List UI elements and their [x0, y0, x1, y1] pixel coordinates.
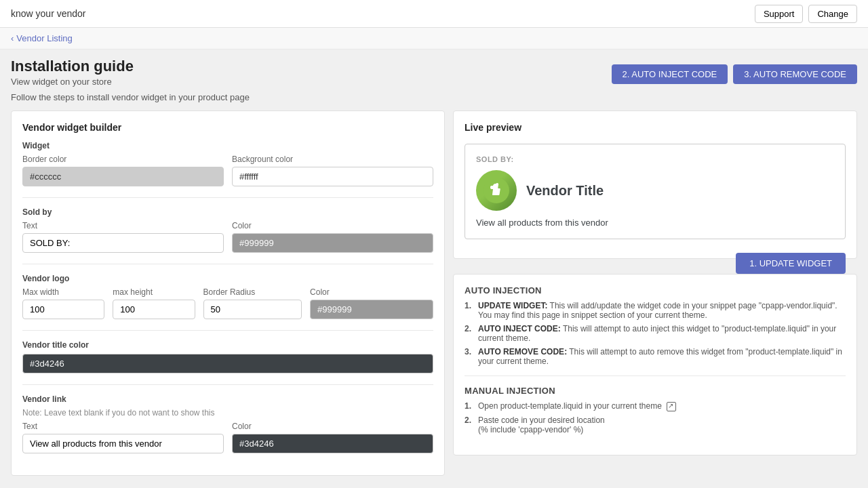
vendor-logo-section-label: Vendor logo: [22, 274, 433, 283]
left-panel: Vendor widget builder Widget Border colo…: [11, 110, 445, 476]
sold-by-row: Text Color #999999: [22, 221, 433, 253]
vendor-logo-color-value: #999999: [317, 304, 352, 314]
vendor-title-color-label: Vendor title color: [22, 340, 433, 350]
navbar-actions: Support Change: [755, 5, 857, 23]
vendor-link-color-label: Color: [232, 422, 433, 431]
border-color-swatch[interactable]: #cccccc: [22, 167, 224, 186]
auto-injection-step-3: 3. AUTO REMOVE CODE: This will attempt t…: [465, 347, 846, 366]
border-radius-group: Border Radius: [203, 287, 302, 319]
vendor-title-color-section: Vendor title color #3d4246: [22, 340, 433, 373]
sold-by-color-value: #999999: [239, 238, 274, 248]
vendor-logo-icon: [476, 170, 517, 211]
background-color-value: #ffffff: [239, 171, 258, 182]
border-radius-label: Border Radius: [203, 287, 302, 297]
max-width-label: Max width: [22, 287, 104, 297]
live-preview-title: Live preview: [465, 122, 846, 133]
navbar: know your vendor Support Change: [0, 0, 868, 28]
vendor-link-row: Text Color #3d4246: [22, 422, 433, 453]
back-icon: ‹: [11, 33, 14, 43]
right-panel: Live preview SOLD BY: Vendor Title: [453, 110, 857, 476]
widget-section: Widget Border color #cccccc Backgrount c…: [22, 141, 433, 186]
max-height-input[interactable]: [113, 300, 195, 319]
sold-by-color-label: Color: [232, 221, 433, 230]
manual-injection-step-2: 2. Paste code in your desired location (…: [465, 415, 846, 434]
sold-by-color-swatch[interactable]: #999999: [232, 233, 433, 253]
vendor-title-color-value: #3d4246: [30, 359, 64, 369]
widget-preview: SOLD BY: Vendor Title View all products …: [465, 144, 846, 239]
max-height-label: max height: [113, 287, 195, 297]
app-brand: know your vendor: [11, 8, 86, 19]
auto-injection-step-2: 2. AUTO INJECT CODE: This will attempt t…: [465, 324, 846, 343]
vendor-link-note: Note: Leave text blank if you do not wan…: [22, 408, 433, 418]
vendor-link-section: Vendor link Note: Leave text blank if yo…: [22, 394, 433, 453]
background-color-group: Backgrount color #ffffff: [232, 155, 433, 186]
auto-inject-button[interactable]: 2. AUTO INJECT CODE: [612, 64, 728, 84]
border-color-label: Border color: [22, 155, 224, 164]
info-section: AUTO INJECTION 1. UPDATE WIDGET: This wi…: [453, 274, 857, 455]
border-radius-input[interactable]: [203, 300, 302, 319]
max-width-group: Max width: [22, 287, 104, 319]
update-widget-button[interactable]: 1. UPDATE WIDGET: [736, 253, 846, 274]
background-color-swatch[interactable]: #ffffff: [232, 167, 433, 186]
border-color-group: Border color #cccccc: [22, 155, 224, 186]
live-preview-box: Live preview SOLD BY: Vendor Title: [453, 110, 857, 259]
sold-by-text-group: Text: [22, 221, 224, 253]
preview-sold-by-label: SOLD BY:: [476, 155, 834, 163]
external-link-icon[interactable]: [667, 402, 676, 411]
vendor-logo-color-group: Color #999999: [310, 287, 433, 319]
header-actions: 2. AUTO INJECT CODE 3. AUTO REMOVE CODE: [612, 64, 857, 84]
auto-injection-step-1: 1. UPDATE WIDGET: This will add/update t…: [465, 301, 846, 320]
background-color-label: Backgrount color: [232, 155, 433, 164]
preview-vendor-title: Vendor Title: [526, 183, 604, 199]
sold-by-color-group: Color #999999: [232, 221, 433, 253]
sold-by-text-label: Text: [22, 221, 224, 230]
vendor-title-color-swatch[interactable]: #3d4246: [22, 354, 433, 373]
vendor-link-color-swatch[interactable]: #3d4246: [232, 434, 433, 453]
max-width-input[interactable]: [22, 300, 104, 319]
sold-by-section: Sold by Text Color #999999: [22, 207, 433, 253]
support-button[interactable]: Support: [755, 5, 804, 23]
vendor-logo-color-swatch[interactable]: #999999: [310, 300, 433, 319]
auto-injection-title: AUTO INJECTION: [465, 285, 846, 296]
auto-remove-button[interactable]: 3. AUTO REMOVE CODE: [733, 64, 857, 84]
manual-injection-list: 1. Open product-template.liquid in your …: [465, 401, 846, 434]
instructions-text: Follow the steps to install vendor widge…: [0, 87, 868, 110]
vendor-link-text-label: Text: [22, 422, 224, 431]
vendor-link-section-label: Vendor link: [22, 394, 433, 404]
vendor-link-text-input[interactable]: [22, 434, 224, 453]
vendor-link-text-group: Text: [22, 422, 224, 453]
manual-injection-title: MANUAL INJECTION: [465, 386, 846, 396]
main-layout: Vendor widget builder Widget Border colo…: [0, 110, 868, 487]
vendor-link-color-group: Color #3d4246: [232, 422, 433, 453]
manual-injection-step-1: 1. Open product-template.liquid in your …: [465, 401, 846, 411]
sold-by-text-input[interactable]: [22, 233, 224, 253]
preview-vendor-row: Vendor Title: [476, 170, 834, 211]
breadcrumb-back[interactable]: ‹ Vendor Listing: [11, 33, 73, 43]
max-height-group: max height: [113, 287, 195, 319]
auto-injection-section: AUTO INJECTION 1. UPDATE WIDGET: This wi…: [465, 285, 846, 366]
vendor-logo-section: Vendor logo Max width max height Border …: [22, 274, 433, 319]
breadcrumb-bar: ‹ Vendor Listing: [0, 28, 868, 49]
sold-by-section-label: Sold by: [22, 207, 433, 217]
change-button[interactable]: Change: [808, 5, 857, 23]
manual-injection-section: MANUAL INJECTION 1. Open product-templat…: [465, 386, 846, 434]
breadcrumb-label: Vendor Listing: [16, 33, 72, 43]
vendor-logo-color-label: Color: [310, 287, 433, 297]
vendor-logo-row: Max width max height Border Radius Color: [22, 287, 433, 319]
widget-section-label: Widget: [22, 141, 433, 150]
border-color-value: #cccccc: [30, 171, 61, 182]
widget-color-row: Border color #cccccc Backgrount color #f…: [22, 155, 433, 186]
auto-injection-list: 1. UPDATE WIDGET: This will add/update t…: [465, 301, 846, 366]
vendor-link-color-value: #3d4246: [239, 439, 274, 449]
widget-builder-title: Vendor widget builder: [22, 122, 433, 133]
preview-vendor-link[interactable]: View all products from this vendor: [476, 218, 834, 228]
